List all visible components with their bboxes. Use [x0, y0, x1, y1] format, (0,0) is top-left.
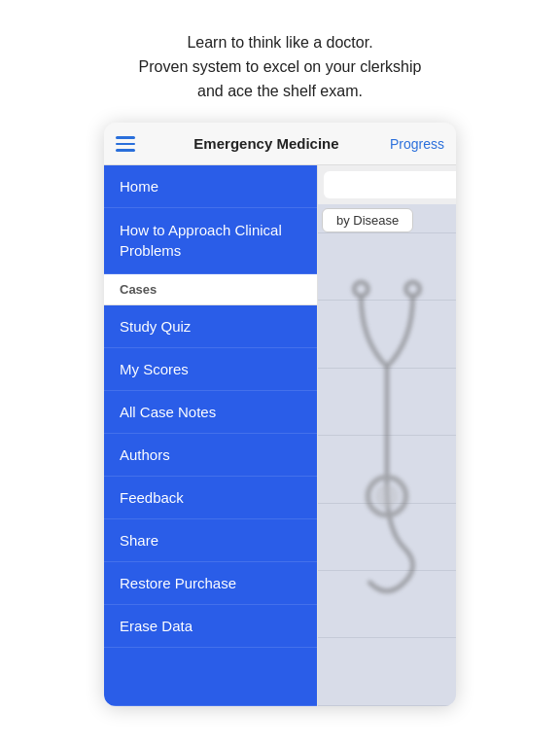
screen-body: Home How to Approach Clinical Problems C…: [104, 165, 456, 706]
promo-line3: and ace the shelf exam.: [197, 83, 363, 99]
content-area: Cancel by Disease: [318, 165, 456, 706]
sidebar-item-share[interactable]: Share: [104, 519, 317, 562]
sidebar-item-all-case-notes[interactable]: All Case Notes: [104, 391, 317, 434]
search-input[interactable]: [324, 171, 456, 198]
svg-point-4: [375, 484, 400, 509]
sidebar-item-authors[interactable]: Authors: [104, 434, 317, 477]
sidebar-item-erase-data[interactable]: Erase Data: [104, 605, 317, 648]
sidebar-item-feedback[interactable]: Feedback: [104, 477, 317, 519]
promo-text: Learn to think like a doctor. Proven sys…: [116, 0, 445, 123]
sidebar-cases-header: Cases: [104, 274, 317, 305]
search-bar-overlay: Cancel: [318, 165, 456, 204]
sidebar-item-my-scores[interactable]: My Scores: [104, 348, 317, 391]
nav-bar: Emergency Medicine Progress: [104, 123, 456, 165]
by-disease-button[interactable]: by Disease: [322, 208, 413, 232]
sidebar-item-study-quiz[interactable]: Study Quiz: [104, 305, 317, 348]
sidebar-item-approach[interactable]: How to Approach Clinical Problems: [104, 208, 317, 274]
sidebar-item-empty: [104, 648, 317, 706]
nav-title: Emergency Medicine: [143, 135, 390, 152]
nav-progress-button[interactable]: Progress: [390, 136, 444, 152]
stethoscope-background: [318, 165, 456, 706]
promo-line2: Proven system to excel on your clerkship: [139, 58, 422, 75]
sidebar-item-restore-purchase[interactable]: Restore Purchase: [104, 562, 317, 605]
sidebar-item-home[interactable]: Home: [104, 165, 317, 208]
hamburger-icon[interactable]: [116, 136, 135, 152]
promo-line1: Learn to think like a doctor.: [187, 34, 372, 51]
by-disease-bar: by Disease: [322, 208, 452, 232]
phone-frame: Emergency Medicine Progress Home How to …: [104, 123, 456, 706]
sidebar-drawer: Home How to Approach Clinical Problems C…: [104, 165, 318, 706]
